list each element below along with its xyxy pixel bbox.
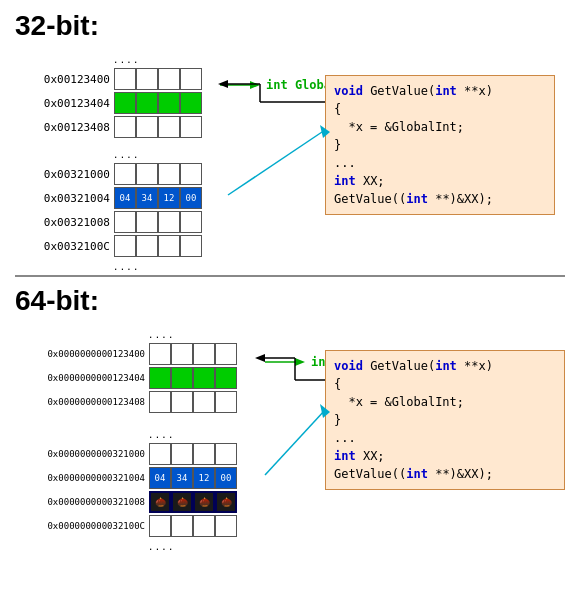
- addr-32-1: 0x00123404: [15, 97, 110, 110]
- dots-bot-32: . . . .: [114, 259, 202, 273]
- mem-row-64-p2: 0x0000000000321008 🌰 🌰 🌰 🌰: [15, 491, 237, 513]
- addr-32-p2: 0x00321008: [15, 216, 110, 229]
- cell-green: [171, 367, 193, 389]
- code-line-64-5: int XX;: [334, 447, 556, 465]
- cell: [136, 163, 158, 185]
- cell-blue: 04: [149, 467, 171, 489]
- cell: [158, 163, 180, 185]
- cell-green: [149, 367, 171, 389]
- svg-marker-1: [250, 81, 260, 89]
- cells-64-p3: [149, 515, 237, 537]
- cells-32-0: [114, 68, 202, 90]
- cell: [193, 515, 215, 537]
- section-64: . . . . 0x0000000000123400 0x00000000001…: [15, 325, 565, 575]
- cell: [171, 515, 193, 537]
- cells-32-p0: [114, 163, 202, 185]
- cells-32-p1: 04 34 12 00: [114, 187, 202, 209]
- cell: [114, 163, 136, 185]
- cell-green: [215, 367, 237, 389]
- cell-green: [193, 367, 215, 389]
- code-line-64-6: GetValue((int **)&XX);: [334, 465, 556, 483]
- svg-marker-9: [295, 358, 305, 366]
- addr-64-p1: 0x0000000000321004: [15, 473, 145, 483]
- cell-green: [158, 92, 180, 114]
- addr-64-p2: 0x0000000000321008: [15, 497, 145, 507]
- cell: [158, 211, 180, 233]
- cell-blue: 12: [158, 187, 180, 209]
- code-line-32-6: GetValue((int **)&XX);: [334, 190, 546, 208]
- cell-green: [180, 92, 202, 114]
- mem-row-32-p3: 0x0032100C: [15, 235, 202, 257]
- code-box-32: void GetValue(int **x) { *x = &GlobalInt…: [325, 75, 555, 215]
- dots-top-32: . . . .: [114, 52, 202, 66]
- mem-row-64-2: 0x0000000000123408: [15, 391, 237, 413]
- cell: [215, 343, 237, 365]
- title-64: 64-bit:: [15, 285, 565, 317]
- cell: [149, 343, 171, 365]
- code-line-32-0: void GetValue(int **x): [334, 82, 546, 100]
- dots-mid-64: . . . .: [149, 427, 237, 441]
- cells-32-p3: [114, 235, 202, 257]
- cells-32-2: [114, 116, 202, 138]
- mem-row-64-p0: 0x0000000000321000: [15, 443, 237, 465]
- code-line-32-5: int XX;: [334, 172, 546, 190]
- cell-green: [114, 92, 136, 114]
- title-32: 32-bit:: [15, 10, 565, 42]
- addr-64-p0: 0x0000000000321000: [15, 449, 145, 459]
- code-line-64-2: *x = &GlobalInt;: [334, 393, 556, 411]
- cells-64-2: [149, 391, 237, 413]
- dots-top-64: . . . .: [149, 327, 237, 341]
- cell: [136, 116, 158, 138]
- mem-top-32: . . . . 0x00123400 0x00123404: [15, 50, 202, 140]
- mem-row-32-0: 0x00123400: [15, 68, 202, 90]
- main-container: 32-bit: . . . . 0x00123400 0x00123404: [0, 0, 580, 585]
- cell: [158, 68, 180, 90]
- addr-64-p3: 0x000000000032100C: [15, 521, 145, 531]
- section-32: . . . . 0x00123400 0x00123404: [15, 50, 565, 270]
- cell-blue: 12: [193, 467, 215, 489]
- cell: [193, 391, 215, 413]
- addr-32-p1: 0x00321004: [15, 192, 110, 205]
- mem-row-32-p2: 0x00321008: [15, 211, 202, 233]
- svg-marker-15: [255, 354, 265, 362]
- code-line-64-3: }: [334, 411, 556, 429]
- svg-line-2: [228, 130, 325, 195]
- svg-line-10: [265, 410, 325, 475]
- cell: [193, 443, 215, 465]
- code-line-64-0: void GetValue(int **x): [334, 357, 556, 375]
- cell-blue: 04: [114, 187, 136, 209]
- cell-blue: 00: [215, 467, 237, 489]
- code-line-32-3: }: [334, 136, 546, 154]
- cells-64-0: [149, 343, 237, 365]
- mem-bottom-64: . . . . 0x0000000000321000 0x00000000003…: [15, 425, 237, 555]
- mem-row-32-p0: 0x00321000: [15, 163, 202, 185]
- cell-blue: 00: [180, 187, 202, 209]
- cells-32-p2: [114, 211, 202, 233]
- cells-64-1: [149, 367, 237, 389]
- addr-64-1: 0x0000000000123404: [15, 373, 145, 383]
- dots-bot-64: . . . .: [149, 539, 237, 553]
- cells-64-p1: 04 34 12 00: [149, 467, 237, 489]
- cell-blue: 34: [136, 187, 158, 209]
- code-box-64: void GetValue(int **x) { *x = &GlobalInt…: [325, 350, 565, 490]
- cell: [215, 391, 237, 413]
- cell: [149, 443, 171, 465]
- mem-row-64-1: 0x0000000000123404: [15, 367, 237, 389]
- cells-64-p2: 🌰 🌰 🌰 🌰: [149, 491, 237, 513]
- cells-64-p0: [149, 443, 237, 465]
- cell-flame: 🌰: [215, 491, 237, 513]
- cell-flame: 🌰: [193, 491, 215, 513]
- mem-row-64-p3: 0x000000000032100C: [15, 515, 237, 537]
- mem-row-64-p1: 0x0000000000321004 04 34 12 00: [15, 467, 237, 489]
- cell: [114, 68, 136, 90]
- cell: [171, 343, 193, 365]
- addr-64-0: 0x0000000000123400: [15, 349, 145, 359]
- code-line-32-1: {: [334, 100, 546, 118]
- cell: [193, 343, 215, 365]
- cell: [171, 443, 193, 465]
- cell: [180, 68, 202, 90]
- code-line-32-4: ...: [334, 154, 546, 172]
- cell: [180, 235, 202, 257]
- cell: [114, 116, 136, 138]
- arrow-to-green-64: [265, 355, 305, 369]
